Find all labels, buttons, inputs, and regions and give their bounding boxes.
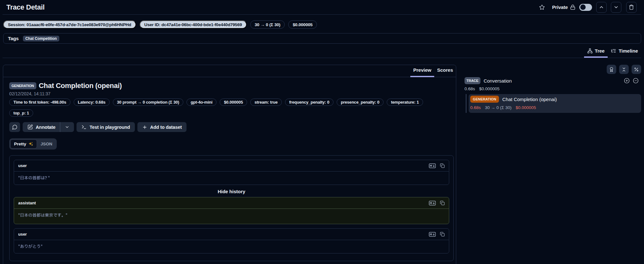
message-text (18, 176, 50, 180)
message-tools (429, 201, 445, 206)
trace-expand-controls (624, 78, 639, 84)
tab-tree-label: Tree (595, 48, 605, 54)
format-pretty-label: Pretty (14, 142, 26, 146)
trace-metrics: 0.68s $0.000005 (465, 86, 639, 91)
message-assistant: assistant (14, 197, 449, 224)
message-user-2: user (14, 228, 449, 253)
trace-title: Conversation (484, 78, 512, 84)
panel-body: GENERATION Chat Completion (openai) 02/1… (3, 81, 456, 261)
format-json-button[interactable]: JSON (37, 139, 56, 149)
observation-title: Chat Completion (openai) (39, 81, 122, 90)
chevrons-collapse-icon (621, 67, 626, 72)
circle-plus-icon (624, 78, 630, 84)
metric-temperature: temperature: 1 (387, 99, 423, 106)
tab-timeline[interactable]: Timeline (608, 44, 641, 58)
top-actions: Private (539, 2, 637, 13)
message-role: user (18, 163, 27, 168)
markdown-toggle-button[interactable] (429, 201, 436, 206)
award-icon (609, 67, 614, 72)
test-in-playground-label: Test in playground (90, 125, 130, 130)
chevron-up-icon (599, 4, 604, 10)
comment-bubble-icon (12, 124, 18, 130)
markdown-icon (429, 232, 436, 237)
sparkles-icon (28, 142, 33, 146)
format-toggle: Pretty JSON (9, 138, 57, 150)
observation-panel: Preview Scores GENERATION Chat Completio… (3, 65, 456, 264)
copy-message-button[interactable] (440, 232, 445, 237)
tree-actions (460, 65, 641, 74)
copy-icon (440, 232, 445, 237)
tab-preview[interactable]: Preview (410, 65, 434, 77)
timeline-icon (611, 48, 616, 54)
toggle-metrics-button[interactable] (632, 65, 641, 74)
test-in-playground-button[interactable]: Test in playground (77, 122, 135, 132)
message-user-1: user (14, 160, 449, 185)
metric-frequency-penalty: frequency_penalty: 0 (285, 99, 333, 106)
observation-metric-pills: Time to first token: -498.00s Latency: 0… (9, 99, 436, 117)
public-toggle[interactable] (579, 4, 592, 11)
metric-time-to-first-token: Time to first token: -498.00s (9, 99, 70, 106)
add-to-dataset-button[interactable]: Add to dataset (137, 122, 187, 132)
add-to-dataset-label: Add to dataset (150, 125, 182, 130)
message-header: user (14, 160, 449, 172)
tree-indent-line (466, 94, 466, 113)
node-metrics-line: 0.68s 30 → 0 (Σ 30) $0.000005 (470, 106, 637, 110)
copy-message-button[interactable] (440, 201, 445, 205)
message-content (14, 240, 449, 253)
trace-tree-panel: TRACE Conversation 0.68s $0.000005 GENER… (460, 65, 641, 264)
copy-icon (440, 201, 445, 205)
user-id-badge[interactable]: User ID: dc47a41e-06bc-400d-bde1-f0e440d… (140, 20, 247, 29)
bookmark-star-button[interactable] (539, 4, 545, 10)
tab-tree[interactable]: Tree (584, 44, 608, 58)
generation-type-badge: GENERATION (470, 96, 499, 103)
generation-node-title: Chat Completion (openai) (502, 97, 557, 102)
generation-node-row[interactable]: GENERATION Chat Completion (openai) 0.68… (469, 94, 641, 113)
annotate-tree-button[interactable] (607, 65, 616, 74)
tag-chat-competition[interactable]: Chat Competition (23, 36, 59, 41)
tags-label: Tags (8, 36, 19, 41)
message-header: assistant (14, 197, 449, 209)
hide-history-button[interactable]: Hide history (218, 189, 245, 194)
message-content (14, 172, 449, 185)
comments-button[interactable] (9, 122, 20, 132)
lock-icon (570, 4, 575, 10)
format-pretty-button[interactable]: Pretty (10, 139, 37, 149)
terminal-icon (81, 124, 87, 130)
message-text (18, 244, 42, 248)
tree-icon (587, 48, 593, 54)
expand-all-button[interactable] (624, 78, 630, 84)
markdown-icon (429, 163, 436, 168)
metric-top-p: top_p: 1 (9, 109, 33, 117)
node-title-line: GENERATION Chat Completion (openai) (470, 96, 637, 103)
copy-message-button[interactable] (440, 163, 445, 168)
prev-trace-button[interactable] (596, 2, 607, 13)
trash-icon (629, 4, 634, 10)
tab-scores[interactable]: Scores (434, 65, 456, 77)
annotate-button[interactable]: Annotate (23, 122, 60, 132)
token-usage-badge: 30 → 0 (Σ 30) (250, 20, 285, 29)
message-text (18, 213, 67, 217)
markdown-toggle-button[interactable] (429, 232, 436, 237)
chevron-down-icon (613, 4, 619, 10)
page-title: Trace Detail (6, 3, 45, 11)
message-tools (429, 163, 445, 168)
percent-icon (634, 67, 639, 72)
session-badge[interactable]: Session: 01aaacf6-e0fe-457d-a7de-7c1ee08… (3, 20, 136, 29)
collapse-node-button[interactable] (633, 78, 639, 84)
trace-root-row[interactable]: TRACE Conversation (465, 77, 639, 84)
total-cost-badge: $0.000005 (288, 20, 317, 29)
markdown-toggle-button[interactable] (429, 163, 436, 168)
annotate-dropdown-button[interactable] (60, 122, 74, 132)
metric-presence-penalty: presence_penalty: 0 (337, 99, 384, 106)
observation-timestamp: 02/12/2024, 14:11:37 (9, 91, 453, 97)
delete-trace-button[interactable] (626, 2, 637, 13)
plus-icon (142, 125, 147, 130)
message-role: user (18, 232, 27, 237)
trace-latency: 0.68s (465, 86, 475, 91)
observation-type-badge: GENERATION (9, 82, 36, 89)
next-trace-button[interactable] (611, 2, 621, 13)
collapse-all-button[interactable] (619, 65, 629, 74)
trace-type-badge: TRACE (465, 77, 480, 84)
metric-token-usage: 30 prompt → 0 completion (Σ 30) (113, 99, 183, 106)
markdown-icon (429, 201, 436, 206)
